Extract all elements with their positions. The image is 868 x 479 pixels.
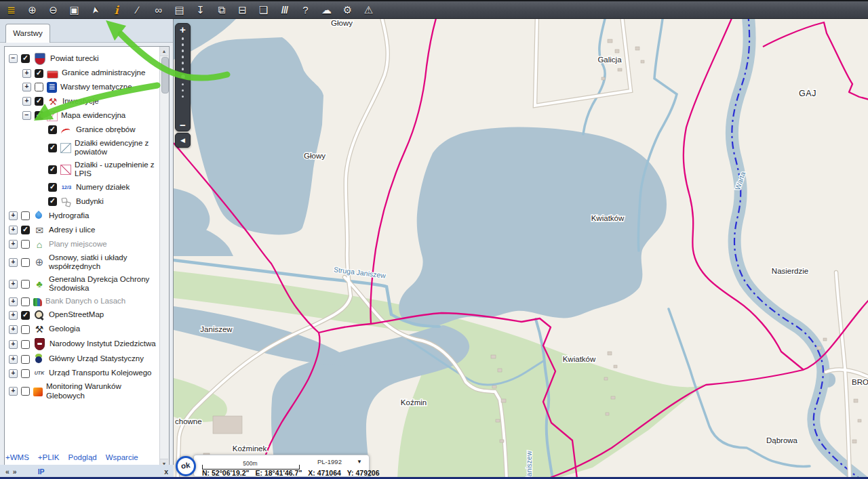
collapse-icon[interactable]: − — [22, 111, 31, 120]
expand-icon[interactable]: + — [9, 355, 18, 364]
zoom-out-button[interactable]: − — [180, 119, 186, 131]
layer-checkbox[interactable] — [21, 211, 30, 220]
layer-row[interactable]: +Geologia — [5, 322, 159, 337]
map-canvas[interactable]: GłowyGłowyGalicjaGAJKwiatkówNasierdzieJa… — [174, 19, 868, 479]
layer-tree-scrollbar[interactable]: ▲ ▼ — [159, 47, 169, 468]
scroll-up-icon[interactable]: ▲ — [160, 47, 168, 56]
layer-checkbox[interactable] — [48, 197, 57, 206]
layer-row[interactable]: +UTKUrząd Transportu Kolejowego — [5, 367, 159, 381]
layer-label[interactable]: Bank Danych o Lasach — [45, 297, 125, 306]
layer-row[interactable]: +Plany miejscowe — [5, 237, 159, 251]
layer-label[interactable]: Monitoring Warunków Glebowych — [46, 382, 155, 400]
zoom-level-dot[interactable] — [182, 37, 184, 40]
layer-row[interactable]: Działki ewidencyjne z powiatów — [5, 137, 159, 159]
link-icon[interactable]: ∞ — [151, 2, 165, 18]
layer-label[interactable]: Budynki — [76, 197, 104, 207]
info-icon[interactable]: i — [109, 2, 123, 18]
collapse-icon[interactable]: − — [9, 54, 18, 63]
layer-label[interactable]: Działki - uzupełnienie z LPIS — [75, 161, 158, 179]
zoom-out-icon[interactable]: ⊖ — [46, 2, 60, 18]
print-icon[interactable]: ▤ — [172, 2, 186, 18]
layer-label[interactable]: Geologia — [49, 325, 80, 334]
layer-label[interactable]: Osnowy, siatki i układy współrzędnych — [49, 253, 157, 272]
layer-checkbox[interactable] — [21, 387, 30, 396]
expand-icon[interactable]: + — [9, 226, 18, 234]
layer-checkbox[interactable] — [21, 311, 30, 320]
layer-checkbox[interactable] — [21, 325, 30, 334]
page-next-button[interactable]: » — [13, 467, 17, 476]
sidebar-link[interactable]: Wsparcie — [106, 453, 138, 461]
layer-row[interactable]: +OpenStreetMap — [5, 308, 159, 322]
comment-icon[interactable]: ❏ — [256, 2, 271, 18]
locate-icon[interactable]: ↧ — [193, 2, 208, 18]
expand-icon[interactable]: + — [9, 297, 18, 306]
layer-row[interactable]: −Mapa ewidencyjna — [5, 108, 159, 123]
layer-label[interactable]: Główny Urząd Statystyczny — [49, 354, 144, 364]
expand-icon[interactable]: + — [9, 280, 18, 289]
layers-icon[interactable]: ≣ — [4, 2, 18, 18]
layer-checkbox[interactable] — [35, 111, 43, 120]
layer-checkbox[interactable] — [21, 297, 30, 306]
expand-icon[interactable]: + — [9, 211, 18, 220]
layer-checkbox[interactable] — [21, 369, 30, 378]
layer-checkbox[interactable] — [48, 125, 57, 134]
cloud-download-icon[interactable]: ☁ — [319, 2, 334, 18]
select-region-icon[interactable]: ▣ — [67, 2, 81, 18]
settings-icon[interactable]: ⚙ — [340, 2, 355, 18]
copy-frames-icon[interactable]: ⧉ — [214, 2, 229, 18]
layer-checkbox[interactable] — [48, 183, 57, 192]
layer-row[interactable]: +Generalna Dyrekcja Ochrony Środowiska — [5, 273, 159, 295]
layer-row[interactable]: Działki - uzupełnienie z LPIS — [5, 159, 159, 180]
layer-checkbox[interactable] — [35, 97, 43, 106]
tab-warstwy[interactable]: Warstwy — [5, 24, 50, 43]
layer-row[interactable]: +Główny Urząd Statystyczny — [5, 352, 159, 367]
layer-label[interactable]: Powiat turecki — [50, 54, 99, 64]
layer-label[interactable]: Mapa ewidencyjna — [61, 111, 125, 121]
layer-checkbox[interactable] — [21, 54, 30, 63]
layer-row[interactable]: +Narodowy Instytut Dziedzictwa — [5, 337, 159, 352]
sidebar-link[interactable]: +WMS — [5, 453, 29, 461]
layer-label[interactable]: Generalna Dyrekcja Ochrony Środowiska — [49, 275, 157, 293]
layer-label[interactable]: Warstwy tematyczne — [60, 83, 132, 92]
layer-row[interactable]: Granice obrębów — [5, 123, 159, 137]
zoom-level-dot[interactable] — [182, 83, 184, 86]
expand-icon[interactable]: + — [9, 325, 18, 334]
layer-row[interactable]: +Monitoring Warunków Glebowych — [5, 381, 159, 402]
layer-checkbox[interactable] — [21, 226, 30, 234]
expand-icon[interactable]: + — [9, 369, 18, 378]
hatch-icon[interactable]: /// — [277, 2, 292, 18]
layer-checkbox[interactable] — [21, 258, 30, 267]
layer-checkbox[interactable] — [48, 165, 57, 174]
help-icon[interactable]: ? — [298, 2, 313, 18]
layer-row[interactable]: +Inwestycje — [5, 94, 159, 108]
zoom-level-dot[interactable] — [180, 74, 186, 79]
layer-label[interactable]: Hydrografia — [49, 211, 89, 221]
layer-label[interactable]: Inwestycje — [62, 97, 99, 106]
layer-label[interactable]: Urząd Transportu Kolejowego — [49, 369, 152, 378]
pointer-icon[interactable]: ➤ — [86, 1, 104, 18]
chevron-down-icon[interactable]: ▼ — [357, 459, 362, 465]
zoom-level-dot[interactable] — [182, 49, 184, 52]
layout-icon[interactable]: ⊟ — [235, 2, 250, 18]
zoom-level-dot[interactable] — [182, 62, 184, 64]
layer-label[interactable]: Narodowy Instytut Dziedzictwa — [50, 339, 156, 349]
layer-label[interactable]: OpenStreetMap — [49, 310, 104, 320]
layer-row[interactable]: +Osnowy, siatki i układy współrzędnych — [5, 251, 159, 273]
sidebar-collapse-button[interactable]: ◀ — [175, 133, 191, 148]
expand-icon[interactable]: + — [22, 83, 31, 91]
scrollbar-thumb[interactable] — [161, 57, 169, 93]
layer-label[interactable]: Adresy i ulice — [49, 226, 95, 235]
zoom-level-dot[interactable] — [182, 96, 184, 98]
projection-select[interactable]: PL-1992 — [317, 458, 342, 465]
layer-checkbox[interactable] — [35, 69, 43, 78]
measure-icon[interactable]: ∕ — [130, 2, 144, 18]
layer-label[interactable]: Działki ewidencyjne z powiatów — [75, 139, 158, 157]
expand-icon[interactable]: + — [9, 258, 18, 267]
sidebar-link[interactable]: +PLIK — [38, 453, 60, 461]
page-prev-button[interactable]: « — [5, 467, 9, 476]
zoom-level-dot[interactable] — [182, 89, 184, 92]
expand-icon[interactable]: + — [9, 340, 18, 349]
expand-icon[interactable]: + — [22, 69, 31, 78]
expand-icon[interactable]: + — [9, 387, 18, 396]
layer-row[interactable]: +Granice administracyjne — [5, 66, 159, 80]
